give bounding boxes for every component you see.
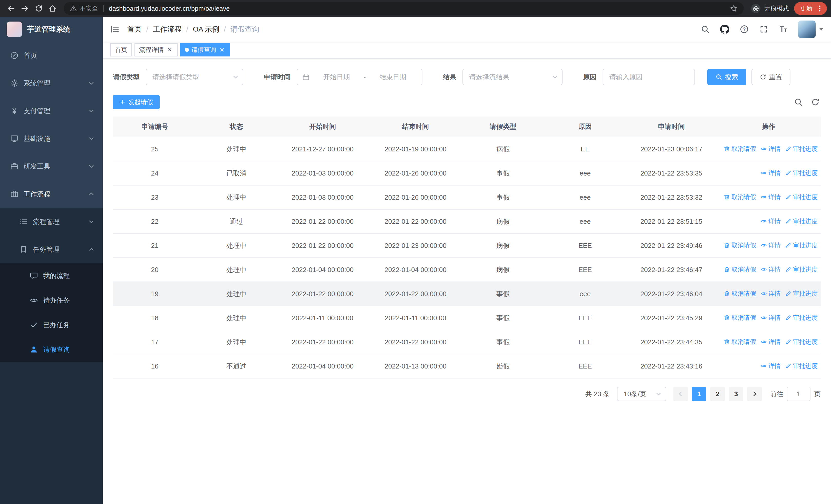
cell-reason: EEE bbox=[544, 258, 626, 282]
cell-end: 2022-01-23 00:00:00 bbox=[369, 234, 462, 258]
sidebar-item-payment-management[interactable]: 支付管理 bbox=[0, 97, 103, 125]
approval-progress-link[interactable]: 审批进度 bbox=[785, 362, 818, 370]
breadcrumb-item-oa-example[interactable]: OA 示例 bbox=[193, 24, 220, 34]
approval-progress-link[interactable]: 审批进度 bbox=[785, 241, 818, 249]
cell-end: 2022-01-22 00:00:00 bbox=[369, 330, 462, 354]
font-size-icon[interactable] bbox=[776, 22, 791, 37]
help-icon[interactable]: ? bbox=[737, 22, 752, 37]
op-label: 详情 bbox=[768, 145, 781, 153]
reason-input[interactable] bbox=[609, 73, 688, 81]
cell-actions: 取消请假详情审批进度 bbox=[717, 258, 821, 282]
detail-link[interactable]: 详情 bbox=[761, 362, 781, 370]
detail-link[interactable]: 详情 bbox=[761, 169, 781, 177]
detail-link[interactable]: 详情 bbox=[761, 217, 781, 225]
page-button-3[interactable]: 3 bbox=[729, 387, 743, 401]
op-label: 详情 bbox=[768, 265, 781, 273]
op-label: 取消请假 bbox=[732, 338, 756, 346]
sidebar-item-system-management[interactable]: 系统管理 bbox=[0, 69, 103, 97]
approval-progress-link[interactable]: 审批进度 bbox=[785, 290, 818, 298]
user-menu[interactable] bbox=[798, 21, 823, 38]
fullscreen-icon[interactable] bbox=[756, 22, 771, 37]
cell-type: 事假 bbox=[462, 306, 544, 330]
detail-link[interactable]: 详情 bbox=[761, 241, 781, 249]
create-leave-button[interactable]: 发起请假 bbox=[113, 95, 160, 109]
close-icon[interactable] bbox=[166, 47, 173, 53]
browser-home-button[interactable] bbox=[46, 2, 60, 16]
approval-progress-link[interactable]: 审批进度 bbox=[785, 193, 818, 201]
tab-home[interactable]: 首页 bbox=[110, 43, 132, 56]
breadcrumb-item-home[interactable]: 首页 bbox=[127, 24, 142, 34]
cancel-leave-link[interactable]: 取消请假 bbox=[724, 290, 756, 298]
sidebar-item-my-process[interactable]: 我的流程 bbox=[0, 263, 103, 288]
sidebar-item-done-tasks[interactable]: 已办任务 bbox=[0, 313, 103, 337]
delete-icon bbox=[724, 315, 730, 321]
approval-progress-link[interactable]: 审批进度 bbox=[785, 145, 818, 153]
search-button[interactable]: 搜索 bbox=[707, 69, 746, 85]
cancel-leave-link[interactable]: 取消请假 bbox=[724, 193, 756, 201]
col-status: 状态 bbox=[197, 117, 276, 137]
browser-menu-icon[interactable] bbox=[814, 3, 825, 14]
github-icon[interactable] bbox=[717, 22, 733, 37]
close-icon[interactable] bbox=[219, 47, 225, 53]
detail-link[interactable]: 详情 bbox=[761, 314, 781, 322]
check-icon bbox=[30, 321, 38, 329]
browser-back-button[interactable] bbox=[4, 2, 18, 16]
leave-type-select[interactable]: 请选择请假类型 bbox=[146, 69, 243, 85]
sidebar-item-workflow[interactable]: 工作流程 bbox=[0, 180, 103, 208]
cancel-leave-link[interactable]: 取消请假 bbox=[724, 145, 756, 153]
sidebar-item-infrastructure[interactable]: 基础设施 bbox=[0, 125, 103, 152]
search-icon[interactable] bbox=[697, 22, 713, 37]
edit-icon bbox=[785, 266, 792, 272]
detail-link[interactable]: 详情 bbox=[761, 193, 781, 201]
cell-type: 病假 bbox=[462, 258, 544, 282]
page-size-select[interactable]: 10条/页 bbox=[617, 387, 666, 401]
security-warning-icon bbox=[70, 5, 77, 12]
detail-link[interactable]: 详情 bbox=[761, 145, 781, 153]
approval-progress-link[interactable]: 审批进度 bbox=[785, 338, 818, 346]
detail-link[interactable]: 详情 bbox=[761, 265, 781, 273]
cell-end: 2022-01-13 00:00:00 bbox=[369, 354, 462, 378]
op-label: 审批进度 bbox=[793, 338, 818, 346]
sidebar-item-home[interactable]: 首页 bbox=[0, 41, 103, 69]
reset-button[interactable]: 重置 bbox=[751, 69, 791, 85]
sidebar-item-dev-tools[interactable]: 研发工具 bbox=[0, 152, 103, 180]
sidebar-item-task-management[interactable]: 任务管理 bbox=[0, 236, 103, 263]
cancel-leave-link[interactable]: 取消请假 bbox=[724, 241, 756, 249]
page-button-1[interactable]: 1 bbox=[692, 387, 706, 401]
apply-time-range-picker[interactable]: 开始日期 - 结束日期 bbox=[297, 69, 423, 85]
approval-progress-link[interactable]: 审批进度 bbox=[785, 314, 818, 322]
op-label: 审批进度 bbox=[793, 265, 818, 273]
page-button-2[interactable]: 2 bbox=[710, 387, 725, 401]
approval-progress-link[interactable]: 审批进度 bbox=[785, 265, 818, 273]
sidebar-item-process-management[interactable]: 流程管理 bbox=[0, 208, 103, 236]
breadcrumb-item-workflow[interactable]: 工作流程 bbox=[153, 24, 182, 34]
cancel-leave-link[interactable]: 取消请假 bbox=[724, 265, 756, 273]
result-select[interactable]: 请选择流结果 bbox=[462, 69, 563, 85]
cancel-leave-link[interactable]: 取消请假 bbox=[724, 338, 756, 346]
tab-leave-query[interactable]: 请假查询 bbox=[180, 43, 230, 56]
detail-link[interactable]: 详情 bbox=[761, 338, 781, 346]
browser-update-button[interactable]: 更新 bbox=[794, 2, 827, 15]
browser-forward-button[interactable] bbox=[18, 2, 32, 16]
detail-link[interactable]: 详情 bbox=[761, 290, 781, 298]
app-logo[interactable]: 芋道管理系统 bbox=[0, 17, 103, 41]
sidebar-item-leave-query[interactable]: 请假查询 bbox=[0, 337, 103, 362]
tab-process-detail[interactable]: 流程详情 bbox=[135, 43, 178, 56]
prev-page-button[interactable] bbox=[674, 387, 688, 401]
table-row: 24已取消2022-01-03 00:00:002022-01-26 00:00… bbox=[113, 161, 821, 185]
sidebar-item-label: 请假查询 bbox=[43, 345, 94, 354]
sidebar-toggle-icon[interactable] bbox=[103, 17, 127, 41]
next-page-button[interactable] bbox=[747, 387, 762, 401]
sidebar-item-todo-tasks[interactable]: 待办任务 bbox=[0, 288, 103, 313]
approval-progress-link[interactable]: 审批进度 bbox=[785, 217, 818, 225]
cancel-leave-link[interactable]: 取消请假 bbox=[724, 314, 756, 322]
toggle-search-icon[interactable] bbox=[794, 98, 803, 107]
bookmark-star-icon[interactable] bbox=[730, 5, 738, 12]
browser-reload-button[interactable] bbox=[32, 2, 46, 16]
refresh-table-icon[interactable] bbox=[811, 98, 820, 107]
approval-progress-link[interactable]: 审批进度 bbox=[785, 169, 818, 177]
reason-input-wrap bbox=[603, 69, 695, 85]
goto-page-input[interactable] bbox=[787, 387, 810, 401]
cell-actions: 详情审批进度 bbox=[717, 161, 821, 185]
address-bar[interactable]: 不安全 dashboard.yudao.iocoder.cn/bpm/oa/le… bbox=[64, 2, 744, 15]
